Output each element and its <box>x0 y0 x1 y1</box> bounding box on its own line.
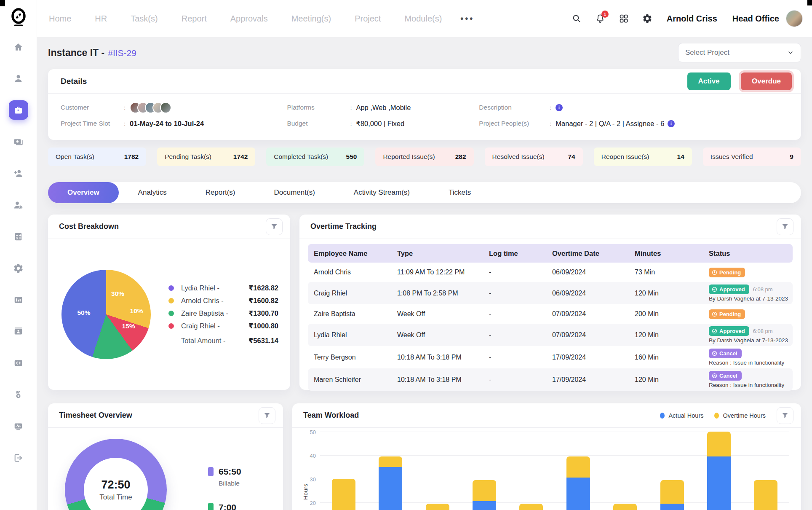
column-header-status: Status <box>703 250 793 258</box>
sidebar-nav <box>9 37 28 467</box>
user-name[interactable]: Arnold Criss <box>667 14 717 24</box>
workload-bar[interactable] <box>707 432 731 510</box>
compass-logo-icon <box>9 8 28 27</box>
sidebar-item-briefcase[interactable] <box>9 100 28 120</box>
column-header-log-time: Log time <box>483 250 546 258</box>
stat-chip-value: 1742 <box>233 153 248 161</box>
sidebar-item-medal[interactable] <box>9 385 28 404</box>
sidebar-item-user-settings[interactable] <box>9 195 28 215</box>
nav-link-task-s[interactable]: Task(s) <box>131 14 158 24</box>
sidebar-item-home[interactable] <box>9 37 28 56</box>
office-name[interactable]: Head Office <box>732 14 779 24</box>
workload-bar[interactable] <box>754 480 777 510</box>
sidebar-item-user[interactable] <box>9 69 28 88</box>
breadcrumb: Instance IT -#IIS-29 <box>48 47 136 59</box>
tab-document-s[interactable]: Document(s) <box>255 182 334 203</box>
workload-bar[interactable] <box>613 504 637 510</box>
nav-link-home[interactable]: Home <box>49 14 71 24</box>
stat-chip-reported-issue-s: Reported Issue(s)282 <box>375 148 473 166</box>
info-icon[interactable] <box>556 104 563 111</box>
nav-link-approvals[interactable]: Approvals <box>230 14 268 24</box>
legend-name: Lydia Rhiel - <box>181 284 244 292</box>
tab-tickets[interactable]: Tickets <box>429 182 490 203</box>
workload-bar[interactable] <box>379 456 402 510</box>
nav-link-meeting-s[interactable]: Meeting(s) <box>291 14 331 24</box>
cell-log-time: - <box>483 354 546 361</box>
pie-slice-label: 15% <box>122 322 135 330</box>
sidebar-item-bar-chart[interactable] <box>9 290 28 309</box>
search-icon[interactable] <box>572 13 582 24</box>
time-slot-label: Project Time Slot <box>61 120 124 127</box>
timesheet-donut-center: 72:50 Total Time <box>84 458 148 510</box>
project-code-link[interactable]: #IIS-29 <box>108 48 136 58</box>
workload-bar[interactable] <box>473 480 496 510</box>
sidebar-item-add-user[interactable] <box>9 164 28 183</box>
page-header: Instance IT -#IIS-29 Select Project <box>48 43 801 62</box>
tab-overview[interactable]: Overview <box>48 182 119 203</box>
workload-bar[interactable] <box>519 504 543 510</box>
cell-employee-name: Arnold Chris <box>308 268 391 276</box>
filter-button[interactable] <box>777 218 793 235</box>
select-project-dropdown[interactable]: Select Project <box>678 43 801 62</box>
status-badge-cancel[interactable]: Cancel <box>709 371 742 381</box>
workload-bar[interactable] <box>426 504 449 510</box>
overtime-table: Employee NameTypeLog timeOvertime DateMi… <box>299 239 801 391</box>
status-badge-approved[interactable]: Approved <box>709 326 749 336</box>
sidebar-item-logout[interactable] <box>9 448 28 467</box>
workload-bar[interactable] <box>660 480 684 510</box>
app-root: HomeHRTask(s)ReportApprovalsMeeting(s)Pr… <box>0 0 812 510</box>
sidebar-item-settings[interactable] <box>9 258 28 278</box>
filter-button[interactable] <box>259 407 275 424</box>
status-badge-text: Pending <box>719 269 741 276</box>
status-badge-cancel[interactable]: Cancel <box>709 349 742 358</box>
tab-analytics[interactable]: Analytics <box>119 182 186 203</box>
status-badge-text: Cancel <box>719 350 737 357</box>
cell-log-time: - <box>483 376 546 384</box>
cost-legend-item: Lydia Rhiel -₹1628.82 <box>168 284 278 292</box>
sidebar-item-payroll-card[interactable] <box>9 132 28 151</box>
active-button[interactable]: Active <box>687 72 731 90</box>
pending-icon <box>712 270 717 275</box>
user-avatar[interactable] <box>786 10 803 27</box>
apps-grid-icon[interactable] <box>619 13 629 24</box>
tab-report-s[interactable]: Report(s) <box>186 182 255 203</box>
nav-link-hr[interactable]: HR <box>95 14 107 24</box>
info-icon[interactable] <box>668 120 675 127</box>
y-tick-label: 50 <box>301 429 316 435</box>
filter-button[interactable] <box>777 407 793 424</box>
nav-link-report[interactable]: Report <box>182 14 207 24</box>
tab-activity-stream-s[interactable]: Activity Stream(s) <box>334 182 429 203</box>
project-people-label: Project People(s) <box>479 120 550 127</box>
sidebar-item-code-badge[interactable] <box>9 353 28 373</box>
timesheet-legend-item: 65:50Billable <box>208 467 254 487</box>
workload-bar[interactable] <box>566 456 590 510</box>
settings-gear-icon[interactable] <box>642 13 652 24</box>
stat-chip-value: 9 <box>790 153 793 161</box>
notifications-bell-icon[interactable]: 1 <box>595 13 605 24</box>
status-badge-pending[interactable]: Pending <box>709 309 745 319</box>
cell-log-time: - <box>483 268 546 276</box>
app-logo[interactable] <box>9 8 28 27</box>
status-badge-pending[interactable]: Pending <box>709 268 745 277</box>
filter-button[interactable] <box>266 218 283 235</box>
home-icon <box>13 42 24 52</box>
nav-link-project[interactable]: Project <box>355 14 381 24</box>
cell-overtime-date: 17/09/2024 <box>546 354 629 361</box>
logout-icon <box>13 453 24 463</box>
status-badge-approved[interactable]: Approved <box>709 285 749 294</box>
overdue-button[interactable]: Overdue <box>741 72 792 90</box>
cell-status: Approved6:08 pmBy Darsh Vaghela at 7-13-… <box>703 285 793 302</box>
sidebar-item-calculator[interactable] <box>9 227 28 246</box>
pie-slice-label: 30% <box>111 290 124 298</box>
nav-link-module-s[interactable]: Module(s) <box>404 14 442 24</box>
budget-label: Budget <box>287 120 350 127</box>
more-menu-icon[interactable]: ••• <box>460 16 474 21</box>
overtime-hours-segment <box>473 480 496 501</box>
sidebar-item-id-card[interactable] <box>9 322 28 341</box>
workload-bar[interactable] <box>332 479 355 510</box>
sidebar-item-activity-monitor[interactable] <box>9 416 28 436</box>
customer-avatars[interactable] <box>130 102 171 113</box>
stat-chip-value: 14 <box>677 153 684 161</box>
approved-icon <box>712 287 717 292</box>
table-row: Arnold Chris11:09 AM To 12:22 PM-06/09/2… <box>308 263 793 282</box>
